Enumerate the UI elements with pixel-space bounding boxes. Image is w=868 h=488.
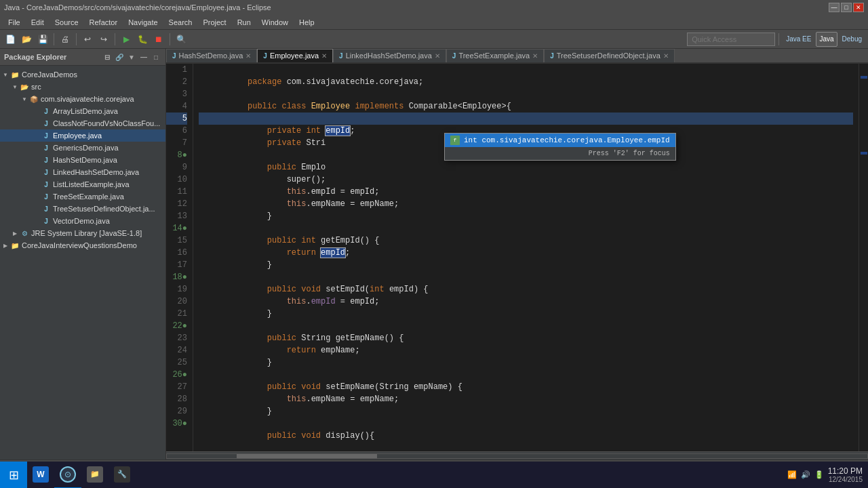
quick-access-input[interactable] [687, 33, 775, 46]
menu-search[interactable]: Search [163, 15, 198, 29]
code-area[interactable]: package com.sivajavatechie.corejava; pub… [193, 64, 859, 452]
code-line-18: public void setEmpId(int empId) { [199, 271, 853, 283]
tab-treeset-close[interactable]: ✕ [532, 52, 538, 60]
tree-arrow: ▶ [11, 229, 19, 237]
sep2 [76, 33, 77, 45]
tree-item-generics[interactable]: J GenericsDemo.java [0, 142, 165, 154]
java-file-icon: J [41, 155, 52, 165]
menu-window[interactable]: Window [256, 15, 294, 29]
tree-label: CoreJavaInterviewQuestionsDemo [22, 241, 137, 249]
code-line-30: public void display(){ [199, 418, 853, 430]
tab-hashset[interactable]: J HashSetDemo.java ✕ [166, 49, 257, 62]
java-file-icon: J [41, 191, 52, 202]
menu-source[interactable]: Source [50, 15, 84, 29]
tree-item-jre[interactable]: ▶ ⚙ JRE System Library [JavaSE-1.8] [0, 227, 165, 239]
tree-item-employee[interactable]: J Employee.java [0, 129, 165, 142]
tree-item-treesetuserdefined[interactable]: J TreeSetuserDefinedObject.ja... [0, 203, 165, 215]
debug-perspective[interactable]: Debug [839, 32, 865, 47]
print-button[interactable]: 🖨 [58, 32, 73, 47]
titlebar: Java - CoreJavaDemos/src/com/sivajavatec… [0, 0, 868, 15]
tree-item-listlisted[interactable]: J ListListedExample.java [0, 178, 165, 190]
menu-help[interactable]: Help [294, 15, 320, 29]
editor-row: 1 2 3 4 5 6 7 8● 9 10 11 12 13 14● 15 16 [166, 64, 868, 452]
folder-icon: 📂 [19, 81, 30, 92]
tree-item-linkedhashset[interactable]: J LinkedHashSetDemo.java [0, 166, 165, 178]
undo-button[interactable]: ↩ [80, 32, 95, 47]
clock[interactable]: 11:20 PM 12/24/2015 [828, 466, 863, 483]
taskbar-item-3[interactable]: 📁 [81, 462, 108, 489]
stop-button[interactable]: ⏹ [151, 32, 166, 47]
tab-linkedhashset[interactable]: J LinkedHashSetDemo.java ✕ [333, 49, 446, 62]
window-controls: — □ ✕ [829, 3, 864, 12]
close-button[interactable]: ✕ [853, 3, 864, 12]
tree-item-classnotfound[interactable]: J ClassNotFoundVsNoClassFou... [0, 117, 165, 129]
taskbar-icon-4: 🔧 [114, 466, 130, 483]
menu-project[interactable]: Project [197, 15, 231, 29]
tree-label: ListListedExample.java [53, 180, 130, 188]
open-button[interactable]: 📂 [19, 32, 34, 47]
sep4 [170, 33, 170, 45]
tree-item-treeset[interactable]: J TreeSetExample.java [0, 190, 165, 203]
taskbar-item-1[interactable]: W [27, 462, 54, 489]
search-toolbar-button[interactable]: 🔍 [174, 32, 189, 47]
menubar: File Edit Source Refactor Navigate Searc… [0, 15, 868, 30]
menu-edit[interactable]: Edit [26, 15, 50, 29]
tab-linkedhashset-close[interactable]: ✕ [435, 52, 440, 60]
code-line-13 [199, 210, 853, 222]
sep3 [115, 33, 115, 45]
tab-employee[interactable]: J Employee.java ✕ [257, 49, 333, 62]
taskbar-item-eclipse[interactable]: ⊙ [54, 462, 81, 489]
menu-navigate[interactable]: Navigate [123, 15, 163, 29]
java-file-icon: J [41, 203, 52, 214]
link-with-editor-icon[interactable]: 🔗 [114, 52, 125, 62]
tree-item-corejavaedemos[interactable]: ▼ 📁 CoreJavaDemos [0, 68, 165, 81]
bottom-scrollbar[interactable] [166, 451, 868, 460]
code-line-3: public class Employee implements Compara… [199, 88, 853, 100]
sidebar-menu-icon[interactable]: ▼ [126, 52, 137, 62]
tab-employee-close[interactable]: ✕ [321, 52, 327, 60]
java-perspective[interactable]: Java [816, 32, 837, 47]
tree-arrow [33, 180, 41, 188]
start-button[interactable]: ⊞ [0, 462, 27, 489]
taskbar-item-4[interactable]: 🔧 [108, 462, 136, 489]
tab-treeset[interactable]: J TreeSetExample.java ✕ [446, 49, 544, 62]
code-line-22: public String getEmpName() { [199, 320, 853, 332]
tree-item-vector[interactable]: J VectorDemo.java [0, 215, 165, 227]
sidebar-minimize-icon[interactable]: — [138, 52, 149, 62]
autocomplete-item[interactable]: f int com.sivajavatechie.corejava.Employ… [445, 134, 675, 147]
minimize-button[interactable]: — [829, 3, 840, 12]
sidebar-header: Package Explorer ⊟ 🔗 ▼ — □ [0, 49, 165, 66]
tab-hashset-label: HashSetDemo.java [179, 52, 243, 60]
tree-label: HashSetDemo.java [53, 156, 117, 164]
tree-arrow [33, 192, 41, 201]
scroll-thumb[interactable] [237, 454, 377, 458]
menu-file[interactable]: File [3, 15, 26, 29]
tab-treesetuserdefined[interactable]: J TreeSetuserDefinedObject.java ✕ [544, 49, 675, 62]
tree-item-hashset[interactable]: J HashSetDemo.java [0, 154, 165, 166]
java-ee-perspective[interactable]: Java EE [783, 32, 814, 47]
collapse-all-icon[interactable]: ⊟ [102, 52, 113, 62]
tree-label: TreeSetuserDefinedObject.ja... [53, 205, 155, 213]
menu-run[interactable]: Run [232, 15, 256, 29]
save-button[interactable]: 💾 [35, 32, 50, 47]
tree-label: Employee.java [53, 131, 102, 140]
run-button[interactable]: ▶ [119, 32, 134, 47]
toolbar: 📄 📂 💾 🖨 ↩ ↪ ▶ 🐛 ⏹ 🔍 Java EE Java Debug [0, 30, 868, 49]
code-line-17 [199, 259, 853, 271]
new-button[interactable]: 📄 [3, 32, 18, 47]
main-area: Package Explorer ⊟ 🔗 ▼ — □ ▼ 📁 CoreJavaD… [0, 49, 868, 460]
tree-item-src[interactable]: ▼ 📂 src [0, 81, 165, 93]
tree-item-arraylist[interactable]: J ArrayListDemo.java [0, 105, 165, 117]
autocomplete-popup[interactable]: f int com.sivajavatechie.corejava.Employ… [444, 133, 676, 161]
redo-button[interactable]: ↪ [96, 32, 111, 47]
sidebar-maximize-icon[interactable]: □ [151, 52, 161, 62]
tree-item-interview[interactable]: ▶ 📁 CoreJavaInterviewQuestionsDemo [0, 239, 165, 251]
tree-arrow [33, 156, 41, 164]
debug-button[interactable]: 🐛 [135, 32, 150, 47]
maximize-button[interactable]: □ [841, 3, 852, 12]
scroll-track[interactable] [166, 453, 868, 459]
tab-hashset-close[interactable]: ✕ [245, 52, 251, 60]
tab-treesetuserdefined-close[interactable]: ✕ [663, 52, 669, 60]
menu-refactor[interactable]: Refactor [84, 15, 123, 29]
tree-item-package[interactable]: ▼ 📦 com.sivajavatechie.corejava [0, 93, 165, 105]
